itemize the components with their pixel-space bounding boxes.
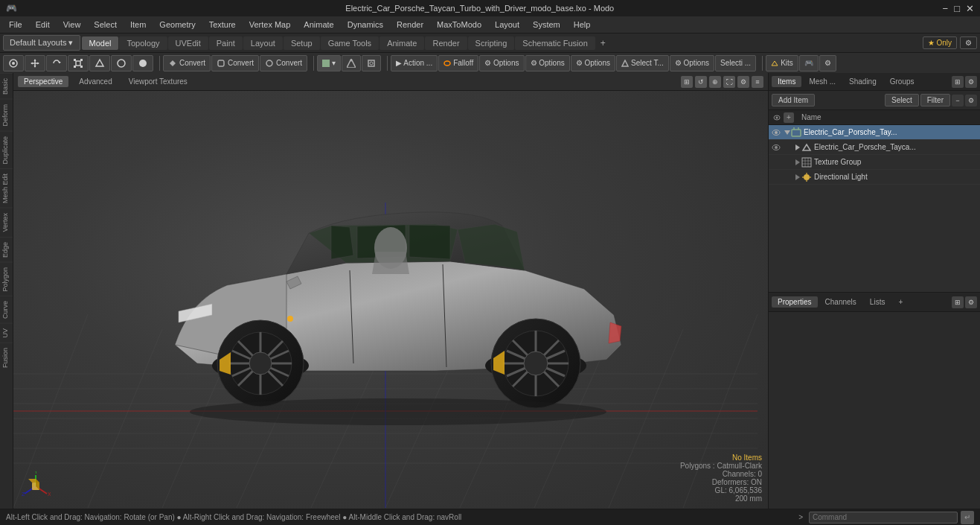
- menu-item-system[interactable]: System: [527, 19, 566, 31]
- items-tab-shading[interactable]: Shading: [843, 76, 883, 87]
- menu-item-render[interactable]: Render: [391, 19, 429, 31]
- toolbar-options3-btn[interactable]: ⚙ Options: [571, 55, 615, 71]
- menu-item-select[interactable]: Select: [88, 19, 123, 31]
- toolbar-convert1-btn[interactable]: Convert: [163, 55, 211, 71]
- item-eye-root[interactable]: [770, 127, 782, 139]
- item-eye-mesh[interactable]: [770, 141, 782, 153]
- items-filter-btn[interactable]: Filter: [920, 94, 950, 106]
- add-item-button[interactable]: Add Item: [772, 94, 815, 106]
- sidebar-tab-mesh-edit[interactable]: Mesh Edit: [0, 168, 13, 208]
- maximize-button[interactable]: □: [954, 3, 960, 14]
- sidebar-tab-polygon[interactable]: Polygon: [0, 262, 13, 296]
- layout-tab-animate[interactable]: Animate: [379, 36, 424, 50]
- viewport-tab-textures[interactable]: Viewport Textures: [123, 76, 193, 87]
- props-tab-properties[interactable]: Properties: [772, 296, 818, 308]
- sidebar-tab-edge[interactable]: Edge: [0, 237, 13, 262]
- sidebar-tab-deform[interactable]: Deform: [0, 99, 13, 131]
- menu-item-maxtomodo[interactable]: MaxToModo: [431, 19, 487, 31]
- expand-mesh[interactable]: [794, 144, 801, 151]
- menu-item-vertex map[interactable]: Vertex Map: [243, 19, 297, 31]
- items-panel-settings[interactable]: ⚙: [965, 76, 977, 88]
- items-tb-settings[interactable]: ⚙: [965, 95, 977, 106]
- layout-tab-uvedit[interactable]: UVEdit: [168, 36, 208, 50]
- toolbar-convert3-btn[interactable]: Convert: [260, 55, 307, 71]
- sidebar-tab-vertex[interactable]: Vertex: [0, 208, 13, 237]
- items-select-btn[interactable]: Select: [885, 94, 919, 106]
- menu-item-file[interactable]: File: [3, 19, 28, 31]
- menu-item-animate[interactable]: Animate: [298, 19, 339, 31]
- items-tab-items[interactable]: Items: [772, 76, 801, 87]
- viewport-ctrl-zoom[interactable]: ⊕: [709, 76, 721, 88]
- menu-item-texture[interactable]: Texture: [203, 19, 242, 31]
- toolbar-select-t-btn[interactable]: Select T...: [616, 55, 669, 71]
- sidebar-tab-fusion[interactable]: Fusion: [0, 343, 13, 372]
- viewport-ctrl-settings[interactable]: ⚙: [737, 76, 749, 88]
- toolbar-rotate-btn[interactable]: [46, 55, 67, 71]
- viewport-ctrl-more[interactable]: ≡: [752, 76, 763, 88]
- toolbar-fill-btn[interactable]: [132, 55, 153, 71]
- layout-settings-icon[interactable]: ⚙: [960, 36, 977, 49]
- menu-item-edit[interactable]: Edit: [30, 19, 56, 31]
- layout-default-dropdown[interactable]: Default Layouts ▾: [3, 35, 80, 51]
- toolbar-select-btn[interactable]: [3, 55, 24, 71]
- item-row-mesh[interactable]: Electric_Car_Porsche_Tayca...: [769, 140, 980, 155]
- close-button[interactable]: ✕: [966, 3, 974, 14]
- items-panel-expand[interactable]: ⊞: [952, 76, 964, 88]
- viewport-ctrl-reset[interactable]: ↺: [695, 76, 707, 88]
- toolbar-options4-btn[interactable]: ⚙ Options: [670, 55, 714, 71]
- col-plus-icon[interactable]: +: [784, 112, 794, 123]
- menu-item-help[interactable]: Help: [568, 19, 597, 31]
- props-panel-expand[interactable]: ⊞: [952, 296, 964, 308]
- toolbar-mode2-btn[interactable]: [362, 55, 381, 71]
- menu-item-view[interactable]: View: [57, 19, 87, 31]
- layout-tab-setup[interactable]: Setup: [284, 36, 320, 50]
- layout-tab-paint[interactable]: Paint: [209, 36, 243, 50]
- toolbar-vertex-btn[interactable]: [111, 55, 132, 71]
- toolbar-settings-btn[interactable]: ⚙: [819, 55, 836, 71]
- toolbar-action-btn[interactable]: ▶ Action ...: [391, 55, 438, 71]
- toolbar-transform-btn[interactable]: [89, 55, 110, 71]
- menu-item-geometry[interactable]: Geometry: [153, 19, 201, 31]
- item-row-texture[interactable]: Texture Group: [769, 155, 980, 170]
- layout-tab-layout[interactable]: Layout: [243, 36, 283, 50]
- items-tab-mesh[interactable]: Mesh ...: [803, 76, 842, 87]
- layout-star-only[interactable]: ★ Only: [923, 36, 957, 49]
- toolbar-gamepad-btn[interactable]: 🎮: [799, 55, 819, 71]
- menu-item-dynamics[interactable]: Dynamics: [342, 19, 389, 31]
- layout-tab-scripting[interactable]: Scripting: [468, 36, 515, 50]
- viewport-tab-advanced[interactable]: Advanced: [73, 76, 118, 87]
- layout-tab-schematic-fusion[interactable]: Schematic Fusion: [515, 36, 595, 50]
- menu-item-item[interactable]: Item: [124, 19, 152, 31]
- props-tab-channels[interactable]: Channels: [819, 296, 862, 308]
- props-tab-add[interactable]: +: [892, 296, 909, 308]
- toolbar-scale-btn[interactable]: [68, 55, 89, 71]
- props-panel-settings[interactable]: ⚙: [965, 296, 977, 308]
- viewport-canvas[interactable]: No Items Polygons : Catmull-Clark Channe…: [13, 91, 768, 509]
- sidebar-tab-curve[interactable]: Curve: [0, 296, 13, 323]
- items-tab-groups[interactable]: Groups: [884, 76, 920, 87]
- toolbar-mode1-btn[interactable]: [342, 55, 361, 71]
- sidebar-tab-uv[interactable]: UV: [0, 323, 13, 343]
- layout-tab-topology[interactable]: Topology: [119, 36, 167, 50]
- toolbar-falloff-btn[interactable]: Falloff: [438, 55, 478, 71]
- command-input[interactable]: [809, 512, 958, 524]
- item-row-light[interactable]: Directional Light: [769, 170, 980, 185]
- toolbar-convert2-btn[interactable]: Convert: [211, 55, 259, 71]
- sidebar-tab-duplicate[interactable]: Duplicate: [0, 131, 13, 169]
- minimize-button[interactable]: −: [943, 3, 949, 14]
- viewport-ctrl-fit[interactable]: ⊞: [681, 76, 693, 88]
- layout-tab-render[interactable]: Render: [425, 36, 467, 50]
- toolbar-options1-btn[interactable]: ⚙ Options: [479, 55, 524, 71]
- sidebar-tab-basic[interactable]: Basic: [0, 73, 13, 99]
- toolbar-select-i-btn[interactable]: Selecti ...: [715, 55, 756, 71]
- expand-light[interactable]: [794, 174, 801, 181]
- viewport[interactable]: Perspective Advanced Viewport Textures ⊞…: [13, 73, 768, 509]
- toolbar-shape-dropdown[interactable]: ▾: [317, 55, 341, 71]
- item-row-root[interactable]: Electric_Car_Porsche_Tay...: [769, 125, 980, 140]
- toolbar-kits-btn[interactable]: Kits: [766, 55, 798, 71]
- toolbar-options2-btn[interactable]: ⚙ Options: [525, 55, 570, 71]
- viewport-ctrl-fullscreen[interactable]: ⛶: [723, 76, 735, 88]
- statusbar-submit[interactable]: ↵: [961, 511, 974, 524]
- viewport-tab-perspective[interactable]: Perspective: [18, 76, 68, 87]
- layout-tab-add[interactable]: +: [596, 36, 610, 51]
